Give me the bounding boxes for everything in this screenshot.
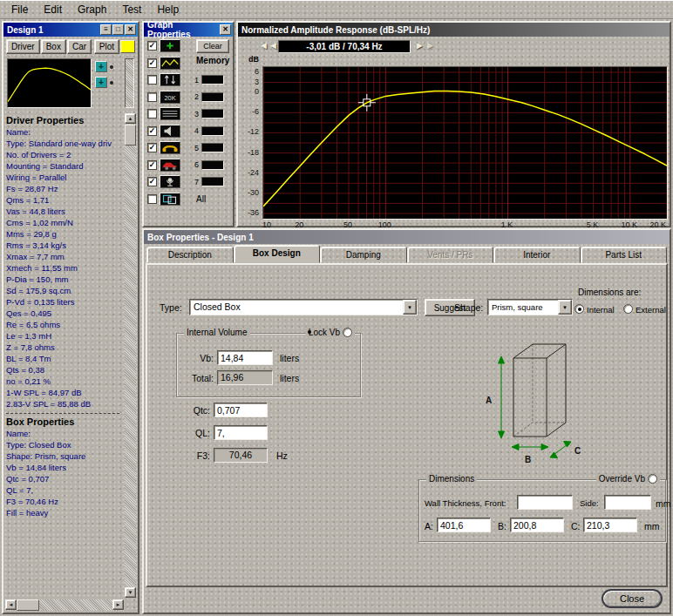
checkbox[interactable]: ✓ [147,58,157,68]
tab-interior[interactable]: Interior [493,247,581,263]
scrollbar-thumb[interactable] [17,599,39,611]
vertical-scale-icon[interactable] [160,73,180,86]
maximize-button[interactable]: □ [112,24,124,35]
tab-plot[interactable]: Plot [94,39,119,54]
graph-properties-window: Graph Properties ✕ Clear ✓✓20K✓✓✓✓ Memor… [142,21,235,227]
tab-car[interactable]: Car [67,39,92,54]
tab-box[interactable]: Box [41,39,66,54]
memory-slot[interactable] [201,75,224,85]
vb-input[interactable] [217,350,273,365]
plot-marker[interactable]: + [95,77,107,88]
wall-thickness-label: Wall Thickness, Front: [425,498,506,508]
scroll-right-icon[interactable]: ► [112,599,124,610]
ql-input[interactable] [214,425,268,440]
scrollbar-thumb[interactable] [125,125,136,146]
grid-lines-icon[interactable] [160,107,180,120]
wall-front-input[interactable] [517,495,573,510]
external-radio-label[interactable]: External [636,305,666,315]
menu-help[interactable]: Help [149,2,187,17]
memory-slot-row: 6 [191,158,224,173]
cursor-right-button[interactable]: ► [415,40,425,51]
checkbox[interactable]: ✓ [147,177,157,186]
menu-edit[interactable]: Edit [36,2,70,17]
curve-toggle-row [147,192,180,206]
checkbox[interactable] [147,109,157,118]
lock-vb-radio[interactable] [343,328,352,337]
property-line: Vb = 14,84 liters [6,462,123,473]
design-titlebar[interactable]: Design 1 ≡ □ ✕ [3,23,138,37]
dim-a-input[interactable] [437,518,491,532]
window-menu-button[interactable]: ≡ [100,24,112,35]
combine-icon[interactable] [160,193,180,206]
tab-parts-list[interactable]: Parts List [581,247,668,263]
qtc-input[interactable] [214,403,268,417]
response-thumbnail[interactable] [7,58,92,108]
close-button[interactable]: Close [602,589,663,608]
box-type-dropdown[interactable]: Closed Box ▼ [189,299,418,315]
menu-test[interactable]: Test [114,2,149,17]
checkbox[interactable] [147,92,157,102]
dim-c-label: C: [571,521,581,531]
marker-dot [110,81,113,85]
plot-curves-icon[interactable] [160,57,180,70]
memory-slot[interactable] [201,126,224,136]
scroll-left-icon[interactable]: ◄ [5,599,17,610]
scroll-down-icon[interactable]: ▼ [125,587,136,598]
box-shape-dropdown[interactable]: Prism, square ▼ [487,299,573,315]
checkbox[interactable]: ✓ [147,126,157,136]
plot-area[interactable] [262,66,668,220]
curve-toggle-row: ✓ [147,158,180,173]
plot-marker[interactable]: + [95,61,107,72]
menu-file[interactable]: File [3,2,36,17]
cursor-right-fast-button[interactable]: ► [425,40,435,51]
graph-titlebar[interactable]: Normalized Amplitude Response (dB-SPL/Hz… [238,23,670,37]
vertical-scrollbar[interactable]: ▲ ▼ [125,113,136,598]
property-line: Cms = 1,02 mm/N [6,217,123,228]
memory-slot[interactable] [201,160,224,170]
dim-c-input[interactable] [583,518,637,532]
memory-slot[interactable] [201,177,224,186]
tab-damping[interactable]: Damping [320,247,407,263]
legend-scrollbar[interactable] [125,58,134,108]
checkbox[interactable] [147,75,157,85]
memory-slot[interactable] [201,109,224,118]
telephone-icon[interactable] [160,141,180,154]
tab-description[interactable]: Description [146,247,234,263]
add-curve-icon[interactable] [160,39,180,52]
box-properties-window: Box Properties - Design 1 DescriptionBox… [142,228,671,614]
plot-color-swatch[interactable] [120,40,135,53]
menu-graph[interactable]: Graph [70,2,114,17]
checkbox[interactable]: ✓ [147,160,157,170]
tab-driver[interactable]: Driver [6,39,40,54]
scroll-up-icon[interactable]: ▲ [125,113,136,124]
car-icon[interactable] [160,159,180,172]
memory-all-label[interactable]: All [196,194,206,204]
box-properties-titlebar[interactable]: Box Properties - Design 1 [144,230,670,244]
cursor-left-button[interactable]: ◄ [269,40,278,51]
memory-slot-row: 1 [191,72,224,87]
microphone-icon[interactable] [160,175,180,188]
internal-radio-label[interactable]: Internal [587,305,615,315]
override-vb-radio[interactable] [648,474,657,484]
cursor-left-fast-button[interactable]: ◄ [259,40,269,51]
tab-vents-prs[interactable]: Vents / PRs [407,247,494,263]
plot-preview-area: ++ [4,56,137,112]
speaker-icon[interactable] [160,125,180,138]
box-design-panel: Type: Closed Box ▼ Suggest Shape: Prism,… [146,263,668,587]
property-line: BL = 8,4 Tm [6,353,123,364]
external-radio[interactable] [623,304,633,314]
memory-slot[interactable] [201,143,224,152]
wall-side-input[interactable] [604,495,651,510]
memory-slot[interactable] [201,92,224,102]
internal-radio[interactable] [574,304,584,314]
close-button[interactable]: ✕ [125,24,136,35]
dropdown-arrow-icon[interactable]: ▼ [558,300,572,315]
checkbox[interactable]: ✓ [147,41,157,51]
tab-box-design[interactable]: Box Design [234,245,321,263]
dim-b-input[interactable] [510,518,564,532]
checkbox[interactable] [147,194,157,204]
checkbox[interactable]: ✓ [147,143,157,152]
horizontal-scrollbar[interactable]: ◄ ► [5,599,124,611]
dropdown-arrow-icon[interactable]: ▼ [403,300,417,315]
range-20k-icon[interactable]: 20K [160,91,180,104]
